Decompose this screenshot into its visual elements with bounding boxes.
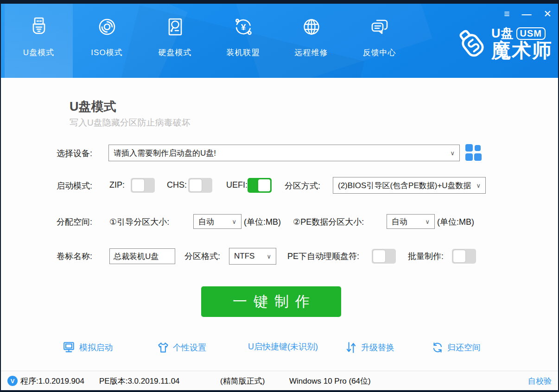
chevron-down-icon: ∨: [447, 150, 455, 157]
toggle-knob: [190, 179, 202, 191]
pe-partition-unit: (单位:MB): [437, 216, 474, 228]
nav-label: ISO模式: [91, 47, 122, 58]
pe-partition-size-label: ②PE数据分区大小:: [293, 216, 364, 228]
program-version: 程序:1.0.2019.904: [20, 376, 84, 386]
pe-version: PE版本:3.0.2019.11.04: [99, 376, 180, 386]
globe-icon: [300, 16, 323, 38]
app-window: U盘模式 ISO模式 硬盘模式: [0, 0, 559, 392]
nav-item-feedback[interactable]: 反馈中心: [345, 4, 413, 78]
usb-magician-logo-icon: [453, 21, 489, 66]
format-label: 分区格式:: [184, 251, 220, 262]
device-label: 选择设备:: [57, 148, 92, 159]
main-panel: U盘模式 写入U盘隐藏分区防止病毒破坏 选择设备: 请插入需要制作启动盘的U盘!…: [1, 78, 558, 371]
pe-partition-size-value: 自动: [392, 216, 407, 227]
footer-link-label: 升级替换: [361, 342, 394, 353]
pe-drive-letter-toggle[interactable]: [372, 249, 396, 264]
partition-mode-select[interactable]: (2)BIOS引导区(包含PE数据)+U盘数据 ∨: [333, 177, 486, 194]
nav-item-usb-mode[interactable]: U盘模式: [5, 4, 73, 78]
partition-mode-value: (2)BIOS引导区(包含PE数据)+U盘数据: [338, 180, 471, 191]
zip-toggle[interactable]: [131, 178, 155, 193]
batch-toggle[interactable]: [452, 249, 476, 264]
minimize-icon[interactable]: —: [521, 7, 531, 20]
nav-item-iso-mode[interactable]: ISO模式: [73, 4, 141, 78]
edition-label: (精简版正式): [220, 376, 265, 386]
uefi-label: UEFI:: [226, 180, 248, 190]
space-label: 分配空间:: [57, 216, 92, 228]
close-icon[interactable]: ✕: [543, 7, 552, 20]
volume-name-input[interactable]: [109, 248, 175, 264]
nav-item-hdd-mode[interactable]: 硬盘模式: [141, 4, 209, 78]
nav-item-alliance[interactable]: ¥ 装机联盟: [209, 4, 277, 78]
return-space-link[interactable]: 归还空间: [431, 341, 481, 354]
footer-link-label: U启快捷键(未识别): [248, 341, 318, 352]
window-controls: ≡ — ✕: [504, 7, 552, 20]
nav-label: 装机联盟: [227, 47, 260, 58]
version-badge: V: [7, 376, 18, 386]
footer-link-label: 模拟启动: [79, 342, 113, 353]
recycle-refresh-icon: [431, 341, 444, 354]
self-check-link[interactable]: 自校验: [528, 376, 552, 386]
chs-toggle[interactable]: [188, 178, 212, 193]
zip-label: ZIP:: [109, 180, 125, 190]
page-title: U盘模式: [70, 98, 116, 115]
header: U盘模式 ISO模式 硬盘模式: [1, 4, 558, 78]
chevron-down-icon: ∨: [473, 182, 481, 189]
pe-partition-size-select[interactable]: 自动 ∨: [387, 214, 435, 229]
chevron-down-icon: ∨: [229, 218, 236, 225]
boot-hotkey-link[interactable]: U启快捷键(未识别): [248, 341, 318, 352]
disc-icon: [96, 16, 118, 38]
pe-drive-letter-label: PE下自动理顺盘符:: [287, 251, 359, 262]
nav-label: 远程维修: [295, 47, 328, 58]
usb-drive-icon: [28, 16, 50, 38]
hard-disk-icon: [164, 16, 186, 38]
simulate-boot-link[interactable]: 模拟启动: [62, 341, 113, 354]
boot-mode-label: 启动模式:: [57, 180, 92, 191]
yen-circle-icon: ¥: [232, 16, 254, 38]
svg-text:¥: ¥: [241, 22, 246, 32]
logo-text-magician: 魔术师: [491, 41, 553, 60]
nav-item-remote-repair[interactable]: 远程维修: [277, 4, 345, 78]
toggle-knob: [373, 250, 385, 262]
os-label: Windows 10 Pro (64位): [289, 376, 371, 386]
monitor-icon: [62, 341, 76, 354]
uefi-toggle[interactable]: [248, 178, 272, 193]
refresh-devices-icon[interactable]: [464, 144, 483, 162]
chevron-down-icon: ∨: [422, 218, 430, 225]
chevron-down-icon: ∨: [264, 253, 271, 260]
device-select-value: 请插入需要制作启动盘的U盘!: [114, 148, 216, 158]
footer-link-label: 归还空间: [447, 342, 481, 353]
feedback-chat-icon: [368, 16, 391, 38]
toggle-knob: [258, 179, 270, 191]
partition-mode-label: 分区方式:: [285, 180, 320, 191]
page-subtitle: 写入U盘隐藏分区防止病毒破坏: [70, 117, 191, 129]
batch-label: 批量制作:: [408, 251, 444, 262]
status-bar: V 程序:1.0.2019.904 PE版本:3.0.2019.11.04 (精…: [1, 371, 558, 390]
app-logo: U盘 USM 魔术师: [453, 21, 553, 66]
nav-label: 硬盘模式: [159, 47, 192, 58]
main-nav: U盘模式 ISO模式 硬盘模式: [5, 4, 413, 78]
boot-partition-size-select[interactable]: 自动 ∨: [193, 214, 241, 229]
toggle-knob: [453, 250, 465, 262]
nav-label: U盘模式: [23, 47, 54, 58]
nav-label: 反馈中心: [363, 47, 396, 58]
format-value: NTFS: [234, 252, 254, 261]
personal-settings-link[interactable]: 个性设置: [157, 341, 206, 354]
boot-partition-size-value: 自动: [198, 216, 214, 227]
one-click-make-button[interactable]: 一键制作: [201, 286, 341, 317]
upgrade-replace-link[interactable]: 升级替换: [345, 341, 394, 354]
toggle-knob: [132, 179, 144, 191]
logo-text-upan: U盘: [491, 27, 514, 40]
boot-partition-unit: (单位:MB): [244, 216, 281, 228]
logo-badge-usm: USM: [516, 27, 546, 40]
footer-link-label: 个性设置: [173, 342, 206, 353]
device-select[interactable]: 请插入需要制作启动盘的U盘! ∨: [108, 145, 460, 161]
volume-label: 卷标名称:: [57, 251, 92, 262]
tshirt-icon: [157, 341, 170, 354]
menu-icon[interactable]: ≡: [504, 7, 509, 20]
up-down-arrows-icon: [345, 341, 358, 354]
chs-label: CHS:: [167, 180, 187, 190]
format-select[interactable]: NTFS ∨: [229, 248, 276, 265]
boot-partition-size-label: ①引导分区大小:: [109, 216, 169, 228]
